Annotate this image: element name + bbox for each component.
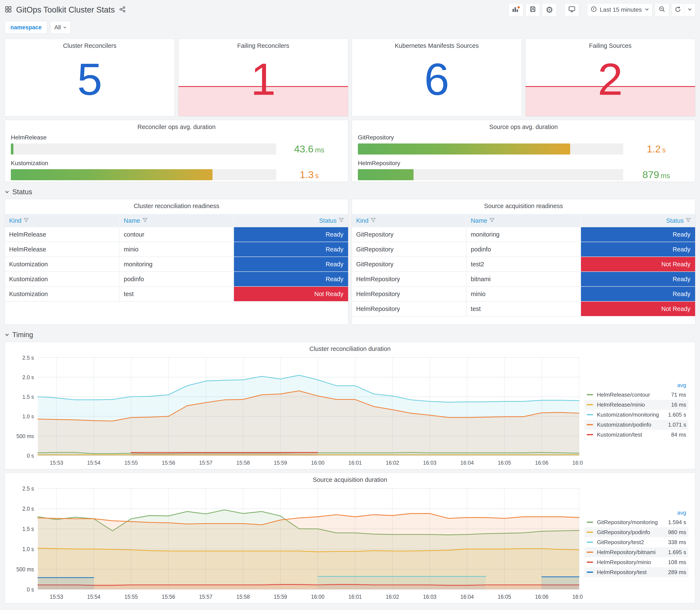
refresh-interval-dropdown[interactable] <box>684 3 695 16</box>
svg-text:0 s: 0 s <box>27 452 34 459</box>
variable-namespace-label[interactable]: namespace <box>5 21 47 34</box>
svg-text:16:00: 16:00 <box>311 460 325 466</box>
legend-item[interactable]: GitRepository/monitoring1.594 s <box>585 517 688 527</box>
column-header-name[interactable]: Name <box>466 214 581 227</box>
cycle-view-mode-button[interactable] <box>565 3 579 16</box>
table-row: GitRepositorymonitoringReady <box>352 227 695 242</box>
chevron-down-icon <box>5 331 9 339</box>
column-header-name[interactable]: Name <box>119 214 233 227</box>
filter-icon <box>371 217 376 224</box>
series-avg-value: 1.071 s <box>668 421 686 428</box>
status-cell: Ready <box>581 272 695 287</box>
legend-header-avg[interactable]: avg <box>585 381 688 390</box>
legend-item[interactable]: Kustomization/test84 ms <box>585 430 688 440</box>
svg-text:15:56: 15:56 <box>162 460 175 466</box>
panel-title[interactable]: Failing Reconcilers <box>179 42 348 49</box>
panel-title[interactable]: Cluster reconciliation readiness <box>5 203 348 210</box>
refresh-icon <box>674 6 681 14</box>
svg-text:16:05: 16:05 <box>498 460 511 466</box>
legend-item[interactable]: Kustomization/monitoring1.605 s <box>585 410 688 420</box>
column-header-status[interactable]: Status <box>581 214 695 227</box>
status-cell: Ready <box>234 242 348 257</box>
row-header-timing[interactable]: Timing <box>5 330 695 340</box>
panel-title[interactable]: Cluster reconciliation duration <box>5 346 695 352</box>
save-dashboard-button[interactable] <box>525 3 540 16</box>
svg-text:15:57: 15:57 <box>199 460 212 466</box>
kind-cell: HelmRelease <box>5 242 119 257</box>
kind-cell: GitRepository <box>352 227 466 242</box>
legend-header-avg[interactable]: avg <box>585 508 688 517</box>
refresh-button-group <box>671 3 695 16</box>
panel-title[interactable]: Kubernetes Manifests Sources <box>352 42 522 49</box>
stat-panel-cluster-reconcilers: Cluster Reconcilers 5 <box>5 39 175 116</box>
svg-text:16:04: 16:04 <box>460 460 474 466</box>
svg-text:15:54: 15:54 <box>87 593 100 600</box>
series-color-swatch <box>587 521 593 523</box>
variables-row: namespace All <box>5 19 695 35</box>
time-range-picker[interactable]: Last 15 minutes <box>587 3 653 16</box>
row-header-status[interactable]: Status <box>5 187 695 197</box>
series-name: GitRepository/monitoring <box>597 519 668 526</box>
time-range-label: Last 15 minutes <box>600 6 642 13</box>
filter-icon <box>339 217 344 224</box>
gauge-panel-source-ops: Source ops avg. duration GitRepository 1… <box>352 120 695 182</box>
gauge-fill <box>358 143 570 155</box>
series-color-swatch <box>587 424 593 425</box>
gauge-row: Kustomization 1.3s <box>11 160 342 180</box>
panel-title[interactable]: Source ops avg. duration <box>352 124 695 130</box>
variable-value-text: All <box>54 24 61 31</box>
legend-item[interactable]: HelmRelease/minio16 ms <box>585 400 688 410</box>
kind-cell: HelmRepository <box>352 272 466 287</box>
name-cell: podinfo <box>119 272 233 287</box>
panel-title[interactable]: Failing Sources <box>525 42 695 49</box>
refresh-button[interactable] <box>671 3 684 16</box>
svg-text:15:58: 15:58 <box>237 460 250 466</box>
zoom-out-icon <box>658 6 665 14</box>
status-cell: Ready <box>581 227 695 242</box>
legend-item[interactable]: HelmRelease/contour71 ms <box>585 390 688 400</box>
name-cell: test <box>466 301 581 316</box>
table-row: HelmReleaseminioReady <box>5 242 348 257</box>
variable-namespace-value[interactable]: All <box>50 21 71 34</box>
name-cell: minio <box>119 242 233 257</box>
name-cell: test2 <box>466 257 581 272</box>
column-header-kind[interactable]: Kind <box>5 214 119 227</box>
series-avg-value: 338 ms <box>668 539 686 546</box>
legend-item[interactable]: GitRepository/podinfo980 ms <box>585 527 688 537</box>
zoom-out-button[interactable] <box>655 3 669 16</box>
table-row: KustomizationpodinfoReady <box>5 272 348 287</box>
legend-item[interactable]: HelmRepository/bitnami1.695 s <box>585 547 688 557</box>
series-name: HelmRepository/test <box>597 569 668 576</box>
legend-item[interactable]: HelmRepository/test289 ms <box>585 567 688 577</box>
series-name: Kustomization/test <box>597 432 671 438</box>
time-series-plot[interactable]: 0 s500 ms1.0 s1.5 s2.0 s2.5 s15:5315:541… <box>6 354 583 468</box>
column-header-kind[interactable]: Kind <box>352 214 466 227</box>
svg-text:16:06: 16:06 <box>535 593 549 600</box>
svg-text:0 s: 0 s <box>27 586 34 593</box>
series-avg-value: 71 ms <box>671 391 686 398</box>
add-panel-button[interactable] <box>508 3 523 16</box>
panel-title[interactable]: Cluster Reconcilers <box>5 42 175 49</box>
dashboard-grid-icon[interactable] <box>5 6 12 14</box>
svg-text:16:07: 16:07 <box>572 460 583 466</box>
series-avg-value: 16 ms <box>671 401 686 408</box>
panel-title[interactable]: Source acquisition readiness <box>352 203 695 210</box>
status-badge: Ready <box>581 287 695 301</box>
panel-title[interactable]: Reconciler ops avg. duration <box>5 124 348 130</box>
section-label: Status <box>12 188 32 196</box>
legend-item[interactable]: Kustomization/podinfo1.071 s <box>585 420 688 430</box>
series-color-swatch <box>587 404 593 405</box>
svg-text:16:05: 16:05 <box>498 593 511 600</box>
column-header-status[interactable]: Status <box>234 214 348 227</box>
kind-cell: GitRepository <box>352 242 466 257</box>
panel-title[interactable]: Source acquisition duration <box>5 476 695 483</box>
time-series-plot[interactable]: 0 s500 ms1.0 s1.5 s2.0 s2.5 s15:5315:541… <box>6 485 583 602</box>
series-avg-value: 1.594 s <box>668 519 686 526</box>
filter-icon <box>489 217 494 224</box>
legend-item[interactable]: HelmRepository/minio108 ms <box>585 557 688 567</box>
dashboard-settings-button[interactable]: ⚙ <box>542 3 556 16</box>
legend-item[interactable]: GitRepository/test2338 ms <box>585 537 688 547</box>
share-icon[interactable] <box>119 6 126 14</box>
filter-icon <box>23 217 29 224</box>
gauge-fill <box>358 169 413 180</box>
